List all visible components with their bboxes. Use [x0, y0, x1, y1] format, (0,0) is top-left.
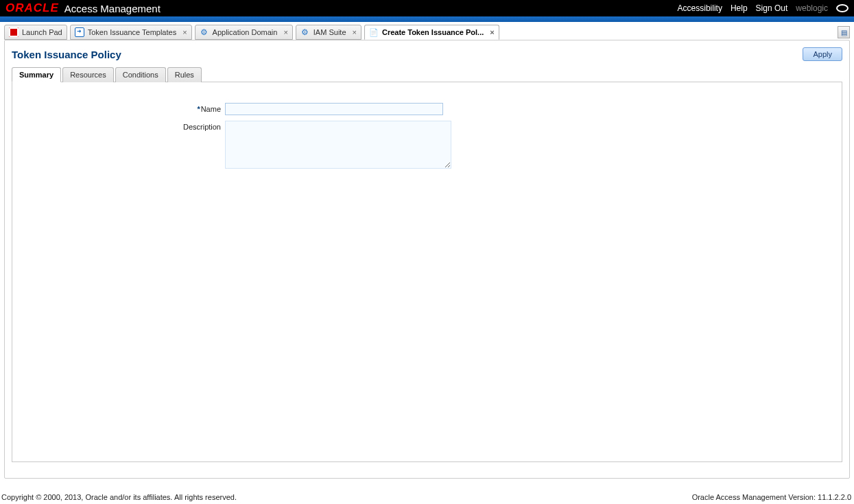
- tab-overflow-icon[interactable]: ▤: [838, 26, 850, 38]
- help-link[interactable]: Help: [731, 3, 748, 13]
- description-label: Description: [12, 121, 225, 131]
- close-icon[interactable]: ×: [283, 28, 287, 36]
- tab-launch-pad[interactable]: Launch Pad: [4, 25, 67, 40]
- tab-iam-suite[interactable]: ⚙ IAM Suite ×: [296, 25, 361, 40]
- tab-label: Application Domain: [213, 28, 278, 36]
- tab-token-templates[interactable]: Token Issuance Templates ×: [70, 25, 192, 40]
- close-icon[interactable]: ×: [353, 28, 357, 36]
- policy-icon: 📄: [369, 27, 379, 37]
- tab-label: Create Token Issuance Pol...: [382, 28, 484, 36]
- version-text: Oracle Access Management Version: 11.1.2…: [692, 493, 851, 501]
- tab-resources[interactable]: Resources: [62, 67, 114, 82]
- accessibility-link[interactable]: Accessibility: [678, 3, 722, 13]
- name-input[interactable]: [225, 103, 443, 115]
- page-title-bar: Token Issuance Policy Apply: [5, 40, 849, 67]
- app-header: ORACLE Access Management Accessibility H…: [0, 0, 854, 16]
- tab-label: Launch Pad: [22, 28, 62, 36]
- launch-pad-icon: [9, 27, 19, 37]
- template-icon: [75, 27, 84, 37]
- tab-conditions[interactable]: Conditions: [115, 67, 166, 82]
- sub-tabs: Summary Resources Conditions Rules: [12, 67, 849, 82]
- oracle-ring-icon: [836, 4, 849, 12]
- domain-icon: ⚙: [200, 27, 209, 37]
- name-row: *Name: [12, 103, 842, 115]
- required-star-icon: *: [197, 105, 200, 113]
- username-display: weblogic: [796, 3, 828, 13]
- close-icon[interactable]: ×: [182, 28, 187, 36]
- tab-label: IAM Suite: [313, 28, 346, 36]
- apply-button[interactable]: Apply: [803, 47, 842, 61]
- app-title: Access Management: [64, 3, 161, 14]
- tab-application-domain[interactable]: ⚙ Application Domain ×: [195, 25, 293, 40]
- signout-link[interactable]: Sign Out: [756, 3, 788, 13]
- header-right: Accessibility Help Sign Out weblogic: [678, 3, 849, 13]
- accent-bar: [0, 16, 854, 22]
- tab-create-token-policy[interactable]: 📄 Create Token Issuance Pol... ×: [364, 25, 499, 40]
- close-icon[interactable]: ×: [490, 28, 494, 36]
- content-panel: Token Issuance Policy Apply Summary Reso…: [4, 40, 850, 479]
- description-row: Description: [12, 121, 842, 169]
- tab-label: Token Issuance Templates: [88, 28, 176, 36]
- description-textarea[interactable]: [225, 121, 451, 169]
- document-tabs: Launch Pad Token Issuance Templates × ⚙ …: [0, 22, 854, 40]
- oracle-logo: ORACLE: [5, 1, 59, 15]
- name-label-text: Name: [201, 105, 221, 113]
- name-label: *Name: [12, 103, 225, 113]
- tab-summary[interactable]: Summary: [12, 67, 61, 82]
- tab-rules[interactable]: Rules: [167, 67, 202, 82]
- suite-icon: ⚙: [300, 27, 310, 37]
- footer: Copyright © 2000, 2013, Oracle and/or it…: [0, 492, 854, 504]
- copyright-text: Copyright © 2000, 2013, Oracle and/or it…: [1, 493, 237, 501]
- form-panel: *Name Description: [12, 82, 842, 462]
- page-title: Token Issuance Policy: [12, 49, 121, 60]
